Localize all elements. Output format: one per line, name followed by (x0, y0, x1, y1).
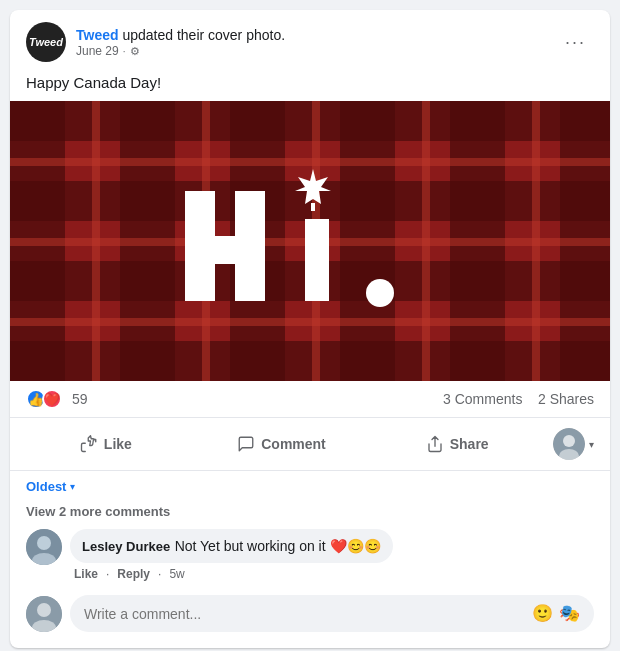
comment-text-content: Not Yet but working on it ❤️😊😊 (175, 538, 381, 554)
comment-input-icons: 🙂 🎭 (532, 603, 580, 624)
plaid-image (10, 101, 610, 381)
svg-rect-24 (311, 203, 315, 211)
like-button[interactable]: Like (18, 427, 194, 461)
svg-point-33 (37, 603, 51, 617)
svg-rect-17 (422, 101, 430, 381)
post-image (10, 101, 610, 381)
reaction-icons: 👍 ❤️ (26, 389, 62, 409)
view-more-comments[interactable]: View 2 more comments (26, 504, 594, 519)
svg-rect-21 (235, 191, 265, 301)
post-card: Tweed Tweed updated their cover photo. J… (10, 10, 610, 648)
current-user-avatar (26, 596, 62, 632)
current-user-avatar-image (26, 596, 62, 632)
comment-button-label: Comment (261, 436, 326, 452)
comment-actions: Like · Reply · 5w (70, 567, 393, 581)
action-buttons: Like Comment Share ▾ (10, 418, 610, 471)
reactions-row: 👍 ❤️ 59 3 Comments 2 Shares (10, 381, 610, 418)
comment-avatar (26, 529, 62, 565)
comment-content: Lesley Durkee Not Yet but working on it … (70, 529, 393, 581)
like-button-label: Like (104, 436, 132, 452)
separator2: · (158, 567, 161, 581)
reaction-count: 59 (72, 391, 88, 407)
comment-bubble: Lesley Durkee Not Yet but working on it … (70, 529, 393, 563)
share-button[interactable]: Share (369, 427, 545, 461)
svg-point-26 (563, 435, 575, 447)
svg-point-23 (366, 279, 394, 307)
comment-button-icon (237, 435, 255, 453)
svg-rect-18 (532, 101, 540, 381)
sort-filter[interactable]: Oldest ▾ (26, 479, 594, 494)
post-title: Tweed updated their cover photo. (76, 26, 285, 44)
emoji-icon[interactable]: 🙂 (532, 603, 553, 624)
post-header: Tweed Tweed updated their cover photo. J… (10, 10, 610, 70)
brand-name-link[interactable]: Tweed (76, 27, 119, 43)
svg-point-29 (37, 536, 51, 550)
comment-input[interactable] (84, 606, 526, 622)
comment-item: Lesley Durkee Not Yet but working on it … (26, 529, 594, 581)
comments-section: Oldest ▾ View 2 more comments Lesley Dur… (10, 471, 610, 648)
share-button-label: Share (450, 436, 489, 452)
shares-count[interactable]: 2 Shares (538, 391, 594, 407)
comment-like-action[interactable]: Like (74, 567, 98, 581)
post-header-left: Tweed Tweed updated their cover photo. J… (26, 22, 285, 62)
write-comment-row: 🙂 🎭 (26, 591, 594, 640)
sort-chevron-icon: ▾ (70, 481, 75, 492)
post-subtitle: June 29 · ⚙ (76, 44, 285, 58)
separator1: · (106, 567, 109, 581)
comment-time: 5w (169, 567, 184, 581)
brand-avatar[interactable]: Tweed (26, 22, 66, 62)
comment-input-wrap[interactable]: 🙂 🎭 (70, 595, 594, 632)
comment-avatar-image (26, 529, 62, 565)
svg-rect-22 (305, 219, 329, 301)
reactions-left[interactable]: 👍 ❤️ 59 (26, 389, 88, 409)
sort-button[interactable]: ▾ (545, 420, 602, 468)
comment-reply-action[interactable]: Reply (117, 567, 150, 581)
chevron-down-icon: ▾ (589, 439, 594, 450)
current-user-avatar-image (553, 428, 585, 460)
post-meta: Tweed updated their cover photo. June 29… (76, 26, 285, 58)
comments-count[interactable]: 3 Comments (443, 391, 522, 407)
brand-avatar-text: Tweed (29, 36, 63, 48)
dot-separator: · (123, 46, 126, 57)
like-button-icon (80, 435, 98, 453)
comment-author[interactable]: Lesley Durkee (82, 539, 170, 554)
svg-rect-14 (92, 101, 100, 381)
share-button-icon (426, 435, 444, 453)
current-user-avatar-action (553, 428, 585, 460)
post-date: June 29 (76, 44, 119, 58)
more-options-button[interactable]: ··· (557, 28, 594, 57)
privacy-icon[interactable]: ⚙ (129, 45, 141, 57)
post-title-text: updated their cover photo. (122, 27, 285, 43)
gif-icon[interactable]: 🎭 (559, 603, 580, 624)
heart-icon: ❤️ (42, 389, 62, 409)
comment-button[interactable]: Comment (194, 427, 370, 461)
sort-label[interactable]: Oldest (26, 479, 66, 494)
post-text: Happy Canada Day! (10, 70, 610, 101)
reactions-right: 3 Comments 2 Shares (443, 391, 594, 407)
